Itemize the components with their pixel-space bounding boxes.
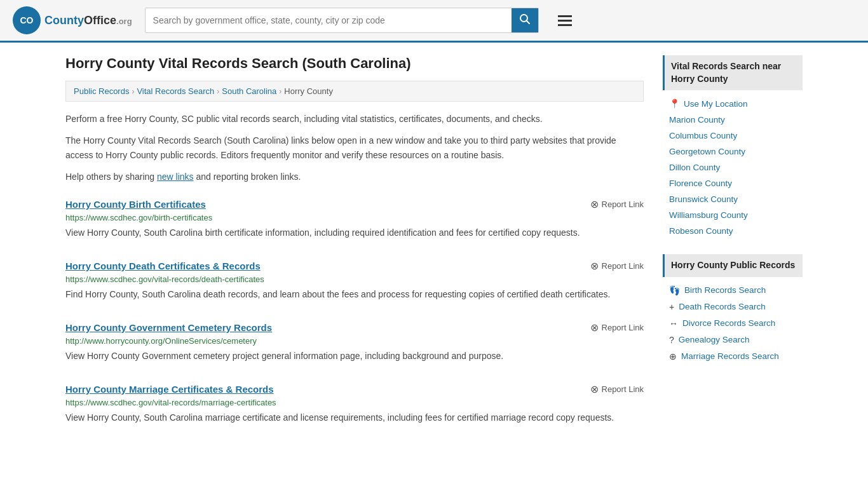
pub-record-3[interactable]: ?Genealogy Search — [663, 332, 803, 348]
breadcrumb-public-records[interactable]: Public Records — [74, 86, 129, 96]
nearby-county-5[interactable]: Brunswick County — [663, 191, 803, 207]
search-button[interactable] — [512, 8, 538, 32]
report-link-label-death-cert: Report Link — [602, 261, 644, 271]
pub-record-icon-4: ⊕ — [669, 351, 677, 362]
nearby-county-0[interactable]: Marion County — [663, 112, 803, 128]
search-input[interactable] — [146, 10, 512, 30]
result-desc-cemetery: View Horry County Government cemetery pr… — [65, 349, 644, 363]
result-item-death-cert: Horry County Death Certificates & Record… — [65, 260, 644, 308]
result-title-death-cert[interactable]: Horry County Death Certificates & Record… — [65, 261, 261, 271]
breadcrumb-horry-county: Horry County — [284, 86, 333, 96]
pub-record-2[interactable]: ↔Divorce Records Search — [663, 315, 803, 332]
description-para1: Perform a free Horry County, SC public v… — [65, 112, 644, 126]
result-header-death-cert: Horry County Death Certificates & Record… — [65, 260, 644, 272]
search-bar — [145, 8, 539, 33]
nearby-county-7[interactable]: Robeson County — [663, 223, 803, 239]
result-url-marriage[interactable]: https://www.scdhec.gov/vital-records/mar… — [65, 398, 644, 407]
pub-record-4[interactable]: ⊕Marriage Records Search — [663, 348, 803, 365]
pub-record-label-2: Divorce Records Search — [682, 318, 775, 328]
result-desc-death-cert: Find Horry County, South Carolina death … — [65, 288, 644, 301]
logo-text: CountyOffice.org — [44, 14, 132, 27]
nearby-title: Vital Records Search near Horry County — [663, 55, 803, 90]
result-title-birth-cert[interactable]: Horry County Birth Certificates — [65, 199, 206, 210]
report-icon-birth-cert: ⊗ — [590, 198, 599, 210]
public-records-section: Horry County Public Records 👣Birth Recor… — [663, 254, 803, 365]
menu-line-2 — [558, 20, 572, 22]
result-header-birth-cert: Horry County Birth Certificates ⊗ Report… — [65, 198, 644, 210]
result-title-cemetery[interactable]: Horry County Government Cemetery Records — [65, 322, 272, 333]
pub-record-1[interactable]: +Death Records Search — [663, 299, 803, 315]
pub-record-label-0: Birth Records Search — [684, 285, 766, 295]
menu-line-3 — [558, 24, 572, 26]
report-icon-marriage: ⊗ — [590, 383, 599, 395]
result-header-marriage: Horry County Marriage Certificates & Rec… — [65, 383, 644, 395]
report-link-birth-cert[interactable]: ⊗ Report Link — [590, 198, 644, 210]
description-para3: Help others by sharing new links and rep… — [65, 170, 644, 184]
desc-para3-after: and reporting broken links. — [194, 172, 301, 182]
results-container: Horry County Birth Certificates ⊗ Report… — [65, 198, 644, 431]
breadcrumb-south-carolina[interactable]: South Carolina — [222, 86, 276, 96]
pub-record-icon-1: + — [669, 302, 674, 312]
menu-line-1 — [558, 15, 572, 17]
report-link-marriage[interactable]: ⊗ Report Link — [590, 383, 644, 395]
pub-record-label-3: Genealogy Search — [679, 335, 750, 344]
pub-record-icon-3: ? — [669, 335, 674, 345]
report-icon-cemetery: ⊗ — [590, 322, 599, 334]
breadcrumb: Public Records › Vital Records Search › … — [65, 81, 644, 102]
report-link-cemetery[interactable]: ⊗ Report Link — [590, 322, 644, 334]
result-desc-marriage: View Horry County, South Carolina marria… — [65, 411, 644, 424]
report-icon-death-cert: ⊗ — [590, 260, 599, 272]
nearby-county-6[interactable]: Williamsburg County — [663, 207, 803, 223]
nearby-county-4[interactable]: Florence County — [663, 175, 803, 191]
pub-record-label-1: Death Records Search — [679, 302, 766, 311]
report-link-death-cert[interactable]: ⊗ Report Link — [590, 260, 644, 272]
result-item-marriage: Horry County Marriage Certificates & Rec… — [65, 383, 644, 431]
pub-record-icon-2: ↔ — [669, 318, 678, 329]
result-header-cemetery: Horry County Government Cemetery Records… — [65, 322, 644, 334]
result-url-birth-cert[interactable]: https://www.scdhec.gov/birth-certificate… — [65, 213, 644, 222]
description-para2: The Horry County Vital Records Search (S… — [65, 133, 644, 162]
use-location-btn[interactable]: 📍 Use My Location — [663, 95, 803, 112]
result-desc-birth-cert: View Horry County, South Carolina birth … — [65, 226, 644, 240]
header: CO CountyOffice.org — [0, 0, 868, 43]
use-location-label: Use My Location — [684, 99, 748, 109]
breadcrumb-sep-2: › — [217, 87, 219, 96]
result-item-birth-cert: Horry County Birth Certificates ⊗ Report… — [65, 198, 644, 246]
svg-line-3 — [526, 21, 529, 24]
location-icon: 📍 — [669, 98, 680, 109]
svg-text:CO: CO — [20, 15, 34, 25]
breadcrumb-sep-1: › — [132, 87, 134, 96]
report-link-label-marriage: Report Link — [602, 384, 644, 394]
result-url-death-cert[interactable]: https://www.scdhec.gov/vital-records/dea… — [65, 274, 644, 284]
nearby-county-1[interactable]: Columbus County — [663, 128, 803, 144]
logo-svg: CO — [18, 11, 36, 29]
search-icon — [519, 13, 531, 25]
report-link-label-birth-cert: Report Link — [602, 200, 644, 209]
result-url-cemetery[interactable]: http://www.horrycounty.org/OnlineService… — [65, 336, 644, 346]
pub-record-0[interactable]: 👣Birth Records Search — [663, 282, 803, 299]
main-layout: Horry County Vital Records Search (South… — [53, 43, 815, 444]
pub-record-label-4: Marriage Records Search — [681, 351, 779, 361]
breadcrumb-sep-3: › — [279, 87, 281, 96]
logo-link[interactable]: CO CountyOffice.org — [13, 6, 132, 34]
result-item-cemetery: Horry County Government Cemetery Records… — [65, 322, 644, 369]
page-title: Horry County Vital Records Search (South… — [65, 55, 644, 72]
pub-record-icon-0: 👣 — [669, 285, 680, 295]
desc-para3-before: Help others by sharing — [65, 172, 157, 182]
result-title-marriage[interactable]: Horry County Marriage Certificates & Rec… — [65, 384, 274, 395]
nearby-counties-list: Marion CountyColumbus CountyGeorgetown C… — [663, 112, 803, 239]
main-content: Horry County Vital Records Search (South… — [65, 55, 644, 431]
breadcrumb-vital-records[interactable]: Vital Records Search — [137, 86, 214, 96]
nearby-county-3[interactable]: Dillon County — [663, 159, 803, 175]
sidebar: Vital Records Search near Horry County 📍… — [663, 55, 803, 431]
logo-icon: CO — [13, 6, 41, 34]
nearby-section: Vital Records Search near Horry County 📍… — [663, 55, 803, 239]
nearby-county-2[interactable]: Georgetown County — [663, 144, 803, 159]
new-links-link[interactable]: new links — [157, 172, 194, 182]
report-link-label-cemetery: Report Link — [602, 323, 644, 332]
menu-button[interactable] — [558, 15, 572, 26]
public-records-title: Horry County Public Records — [663, 254, 803, 277]
public-records-list: 👣Birth Records Search+Death Records Sear… — [663, 282, 803, 365]
